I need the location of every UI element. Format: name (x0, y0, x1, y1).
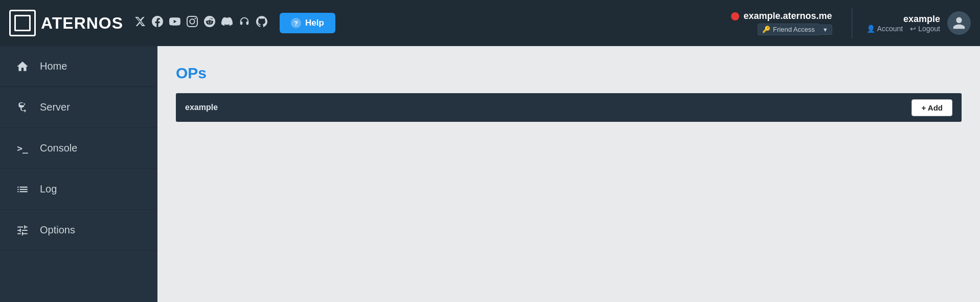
sidebar-item-options[interactable]: Options (0, 210, 157, 251)
server-icon (14, 101, 31, 114)
friend-access-button[interactable]: 🔑 Friend Access (758, 24, 819, 35)
logo-area: ATERNOS (9, 10, 123, 36)
account-link[interactable]: 👤 Account (867, 25, 903, 33)
logo-icon (9, 10, 36, 36)
console-icon: >_ (14, 143, 31, 154)
teamspeak-icon[interactable] (239, 16, 250, 30)
sidebar-item-home[interactable]: Home (0, 46, 157, 87)
logout-link[interactable]: ↩ Logout (910, 25, 940, 33)
social-icons (134, 16, 267, 30)
main-content: OPs example + Add (157, 46, 980, 302)
user-info: example 👤 Account ↩ Logout (867, 14, 940, 33)
user-links: 👤 Account ↩ Logout (867, 25, 940, 33)
sidebar-item-log[interactable]: Log (0, 169, 157, 210)
github-icon[interactable] (256, 16, 267, 30)
options-icon (14, 224, 31, 237)
youtube-icon[interactable] (169, 16, 180, 30)
logo-text: ATERNOS (41, 14, 123, 33)
help-button[interactable]: ? Help (280, 13, 335, 33)
friend-access-row: 🔑 Friend Access ▼ (758, 24, 832, 35)
header-divider (852, 8, 852, 38)
avatar (947, 11, 971, 35)
discord-icon[interactable] (221, 16, 233, 30)
friend-access-dropdown[interactable]: ▼ (819, 25, 832, 35)
username: example (867, 14, 940, 25)
sidebar-item-console[interactable]: >_ Console (0, 128, 157, 169)
page-title: OPs (176, 64, 962, 82)
ops-entry-name: example (185, 103, 911, 112)
user-area: example 👤 Account ↩ Logout (867, 11, 971, 35)
chevron-down-icon: ▼ (823, 27, 828, 33)
header: ATERNOS (0, 0, 980, 46)
layout: Home Server >_ Console Log Options (0, 46, 980, 302)
server-info: example.aternos.me 🔑 Friend Access ▼ (731, 11, 832, 35)
facebook-icon[interactable] (152, 16, 163, 30)
ops-row: example + Add (176, 93, 962, 122)
instagram-icon[interactable] (187, 16, 198, 30)
logout-icon: ↩ (910, 25, 916, 33)
add-button[interactable]: + Add (911, 99, 952, 116)
log-icon (14, 183, 31, 196)
sidebar: Home Server >_ Console Log Options (0, 46, 157, 302)
key-icon: 🔑 (762, 26, 770, 33)
reddit-icon[interactable] (204, 16, 215, 30)
account-icon: 👤 (867, 25, 875, 33)
sidebar-item-server[interactable]: Server (0, 87, 157, 128)
twitter-icon[interactable] (134, 16, 146, 30)
home-icon (14, 60, 31, 73)
server-status-dot (731, 12, 739, 20)
help-icon: ? (291, 18, 301, 28)
server-address: example.aternos.me (731, 11, 832, 21)
